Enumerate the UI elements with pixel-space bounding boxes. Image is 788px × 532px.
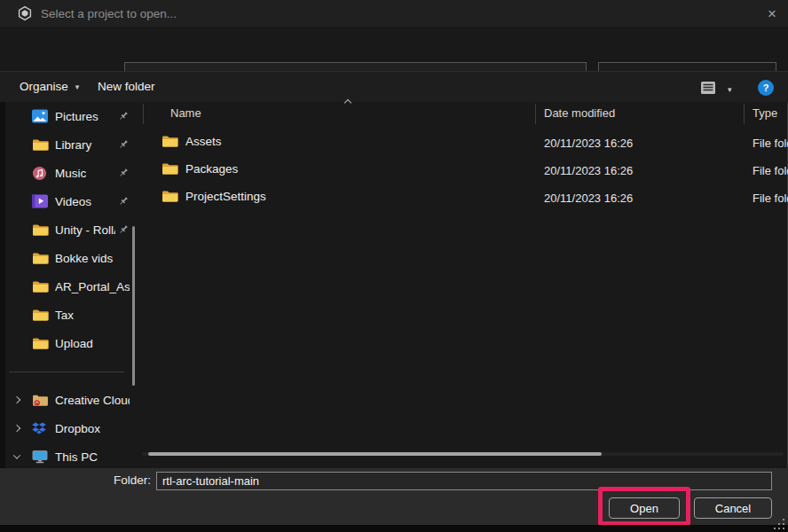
resize-grip[interactable] (774, 519, 784, 529)
file-row-projectsettings[interactable]: ProjectSettings (162, 190, 266, 203)
file-cell-type: File folder (753, 137, 788, 150)
pictures-icon (32, 109, 55, 123)
sidebar-item-videos[interactable]: Videos (5, 188, 130, 215)
column-header-type[interactable]: Type (753, 106, 777, 120)
folder-icon (162, 162, 178, 176)
pin-icon (117, 167, 130, 179)
folder-icon (162, 190, 178, 203)
column-separator[interactable] (535, 104, 536, 124)
sidebar-item-unity-rolla[interactable]: Unity - RollA (5, 216, 130, 243)
file-cell-date: 20/11/2023 16:26 (544, 164, 721, 177)
file-row-packages[interactable]: Packages (162, 162, 238, 176)
open-project-dialog: Select a project to open... × ← → ↑ « Gi… (0, 0, 788, 532)
chevron-right-icon[interactable] (5, 426, 28, 431)
column-header-name[interactable]: Name (170, 106, 201, 120)
file-row-assets[interactable]: Assets (162, 135, 222, 148)
pin-icon (117, 110, 130, 122)
close-button[interactable]: × (756, 0, 788, 27)
sidebar-divider (9, 372, 124, 372)
help-button[interactable]: ? (758, 80, 774, 96)
this-pc-icon (32, 450, 55, 464)
sidebar-item-upload[interactable]: Upload (5, 330, 130, 356)
creative-cloud-icon (32, 394, 55, 407)
new-folder-button[interactable]: New folder (98, 80, 155, 93)
sidebar-item-pictures[interactable]: Pictures (5, 103, 130, 129)
pin-icon (117, 138, 130, 151)
window-title: Select a project to open... (41, 7, 177, 20)
horizontal-scrollbar-thumb[interactable] (148, 452, 602, 456)
sidebar-item-music[interactable]: Music (5, 160, 130, 186)
file-cell-type: File folder (753, 192, 788, 205)
sidebar-item-tax[interactable]: Tax (5, 301, 130, 328)
view-dropdown-icon[interactable]: ▾ (728, 85, 732, 94)
file-cell-type: File folder (753, 164, 788, 177)
column-header-date-modified[interactable]: Date modified (544, 106, 615, 120)
folder-icon (32, 309, 55, 322)
sidebar-item-dropbox[interactable]: Dropbox (5, 415, 130, 442)
folder-icon (32, 138, 55, 152)
folder-icon (162, 135, 178, 148)
folder-icon (32, 337, 55, 350)
sidebar-scrollbar[interactable] (132, 226, 135, 386)
sidebar-item-creative-cloud[interactable]: Creative Cloud F (5, 387, 130, 413)
unity-logo-icon (17, 5, 33, 21)
sidebar-item-bokke-vids[interactable]: Bokke vids (5, 245, 130, 271)
details-view-icon[interactable] (700, 81, 716, 95)
cancel-button[interactable]: Cancel (694, 497, 772, 519)
column-separator[interactable] (744, 104, 745, 124)
chevron-down-icon[interactable] (5, 454, 28, 459)
organise-button[interactable]: Organise ▾ (20, 80, 79, 93)
pin-icon (117, 223, 130, 236)
dialog-footer: Folder: Open Cancel (0, 468, 788, 525)
file-cell-date: 20/11/2023 16:26 (544, 192, 721, 205)
dropbox-icon (32, 422, 55, 435)
file-cell-date: 20/11/2023 16:26 (544, 137, 721, 150)
pin-icon (117, 195, 130, 207)
folder-icon (32, 280, 55, 293)
folder-icon (32, 252, 55, 265)
organise-label: Organise (20, 80, 68, 93)
sidebar-item-ar-portal-asset[interactable]: AR_Portal_Asset (5, 273, 130, 300)
navigation-bar: ← → ↑ « Github › rtl-arc-tutorial-main ›… (0, 27, 788, 71)
column-separator (143, 104, 144, 124)
window-bottom-edge (0, 525, 788, 532)
videos-icon (32, 194, 55, 208)
title-bar: Select a project to open... × (0, 0, 788, 27)
folder-icon (32, 223, 55, 237)
highlight-annotation (598, 487, 690, 526)
caret-down-icon: ▾ (75, 82, 80, 91)
sidebar-item-library[interactable]: Library (5, 131, 130, 158)
sidebar-item-this-pc[interactable]: This PC (5, 443, 130, 470)
music-icon (32, 166, 55, 181)
command-bar: Organise ▾ New folder ▾ ? (0, 71, 788, 102)
chevron-right-icon[interactable] (5, 397, 28, 403)
folder-label: Folder: (89, 473, 151, 487)
